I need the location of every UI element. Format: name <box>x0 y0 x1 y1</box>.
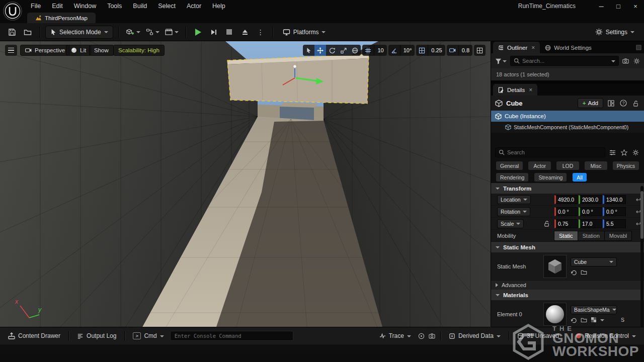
filter-streaming[interactable]: Streaming <box>534 173 567 182</box>
filter-misc[interactable]: Misc <box>585 161 607 170</box>
close-icon[interactable]: × <box>531 44 535 51</box>
use-selected-icon[interactable] <box>571 269 577 276</box>
static-mesh-thumbnail[interactable] <box>543 255 567 278</box>
section-static-mesh[interactable]: Static Mesh <box>491 242 644 252</box>
location-z-field[interactable]: 1340.0 <box>603 195 626 204</box>
use-selected-icon[interactable] <box>571 317 577 323</box>
unsaved-button[interactable]: 31 Unsaved <box>513 330 563 342</box>
grid-snap-toggle[interactable] <box>362 45 374 56</box>
view-mode-dropdown[interactable]: Lit <box>66 45 91 56</box>
details-settings-button[interactable] <box>631 147 640 157</box>
minimize-button[interactable]: ─ <box>593 0 610 12</box>
browse-folder-icon[interactable] <box>581 269 587 276</box>
selected-actor-row[interactable]: Cube (Instance) <box>491 111 644 122</box>
unreal-logo[interactable] <box>3 1 23 21</box>
filter-general[interactable]: General <box>496 161 523 170</box>
details-search-input[interactable] <box>507 149 602 155</box>
component-row[interactable]: StaticMeshComponent (StaticMeshComponent… <box>491 122 644 133</box>
scale-snap-toggle[interactable] <box>416 45 428 56</box>
filter-lod[interactable]: LOD <box>556 161 579 170</box>
rotation-y-field[interactable]: 0.0 ° <box>579 207 602 216</box>
content-drawer-button[interactable]: Content Drawer <box>4 330 64 342</box>
console-command-input[interactable] <box>170 331 293 341</box>
display-options-button[interactable] <box>608 147 617 157</box>
move-tool-button[interactable] <box>314 45 326 56</box>
scale-type-dropdown[interactable]: Scale <box>497 219 524 228</box>
scale-tool-button[interactable] <box>338 45 349 56</box>
tab-details[interactable]: Details × <box>493 84 537 96</box>
rotation-z-field[interactable]: 0.0 ° <box>603 207 626 216</box>
panel-options-icon[interactable] <box>633 42 644 53</box>
location-type-dropdown[interactable]: Location <box>497 195 531 204</box>
screenshot-button[interactable] <box>428 331 436 341</box>
help-button[interactable]: ? <box>619 98 628 108</box>
rotation-snap-value[interactable]: 10° <box>400 45 415 56</box>
menu-file[interactable]: File <box>25 0 46 12</box>
blueprints-dropdown[interactable] <box>144 26 162 39</box>
tab-outliner[interactable]: Outliner × <box>493 42 540 53</box>
mobility-movable-button[interactable]: Movabl <box>604 231 632 241</box>
trace-dropdown[interactable]: Trace <box>375 330 415 342</box>
lock-button[interactable] <box>631 98 640 108</box>
outliner-snapshot-button[interactable] <box>621 56 630 66</box>
camera-speed-value[interactable]: 0.8 <box>458 45 472 56</box>
stop-button[interactable] <box>222 26 236 39</box>
scale-y-field[interactable]: 17.0 <box>579 219 602 228</box>
material-thumbnail[interactable] <box>543 303 567 326</box>
close-button[interactable]: × <box>627 0 644 12</box>
menu-help[interactable]: Help <box>207 0 231 12</box>
menu-build[interactable]: Build <box>127 0 152 12</box>
outliner-settings-button[interactable] <box>632 56 641 66</box>
select-tool-button[interactable] <box>303 45 314 56</box>
content-browser-button[interactable] <box>21 26 35 39</box>
location-y-field[interactable]: 2030.0 <box>579 195 602 204</box>
world-space-toggle[interactable] <box>349 45 361 56</box>
filter-rendering[interactable]: Rendering <box>496 173 528 182</box>
rotation-snap-toggle[interactable] <box>388 45 400 56</box>
mobility-static-button[interactable]: Static <box>554 231 578 241</box>
menu-edit[interactable]: Edit <box>46 0 68 12</box>
settings-dropdown[interactable]: Settings <box>591 26 639 39</box>
save-button[interactable] <box>5 26 19 39</box>
menu-window[interactable]: Window <box>68 0 102 12</box>
viewport-3d[interactable]: Perspective Lit Show Scalability: High <box>0 41 491 327</box>
location-x-field[interactable]: 4920.0 <box>554 195 578 204</box>
menu-actor[interactable]: Actor <box>181 0 207 12</box>
filter-physics[interactable]: Physics <box>613 161 639 170</box>
checker-icon[interactable] <box>591 317 597 323</box>
filter-all[interactable]: All <box>573 173 587 182</box>
details-scrollbar[interactable] <box>640 186 643 327</box>
section-transform[interactable]: Transform <box>491 183 644 194</box>
maximize-viewport-button[interactable] <box>474 45 486 56</box>
rotation-x-field[interactable]: 0.0 ° <box>554 207 578 216</box>
play-button[interactable] <box>191 26 205 39</box>
cinematics-dropdown[interactable] <box>163 26 181 39</box>
show-dropdown[interactable]: Show <box>89 45 114 56</box>
tab-thirdpersonmap[interactable]: ThirdPersonMap <box>27 13 96 23</box>
perspective-dropdown[interactable]: Perspective <box>20 45 70 56</box>
filter-actor[interactable]: Actor <box>528 161 551 170</box>
play-options-button[interactable]: ⋮ <box>254 26 268 39</box>
browse-folder-icon[interactable] <box>581 317 587 323</box>
details-search[interactable] <box>495 147 605 157</box>
lock-open-icon[interactable] <box>543 220 550 227</box>
viewport-3d-scene[interactable] <box>0 41 491 327</box>
scale-z-field[interactable]: 5.5 <box>603 219 626 228</box>
section-advanced[interactable]: Advanced <box>491 281 644 290</box>
target-button[interactable] <box>417 331 426 341</box>
scrollbar-thumb[interactable] <box>640 191 643 239</box>
derived-data-dropdown[interactable]: Derived Data <box>445 330 505 342</box>
skip-button[interactable] <box>207 26 221 39</box>
menu-select[interactable]: Select <box>152 0 181 12</box>
rotate-tool-button[interactable] <box>326 45 338 56</box>
scalability-badge[interactable]: Scalability: High <box>113 45 165 56</box>
add-actor-dropdown[interactable] <box>124 26 142 39</box>
static-mesh-dropdown[interactable]: Cube <box>571 257 617 266</box>
output-log-button[interactable]: Output Log <box>73 330 120 342</box>
scale-snap-value[interactable]: 0.25 <box>428 45 445 56</box>
menu-tools[interactable]: Tools <box>102 0 127 12</box>
favorites-button[interactable] <box>620 147 628 157</box>
browse-asset-button[interactable] <box>607 98 615 108</box>
viewport-menu-button[interactable] <box>5 45 17 56</box>
platforms-dropdown[interactable]: Platforms <box>278 26 331 39</box>
